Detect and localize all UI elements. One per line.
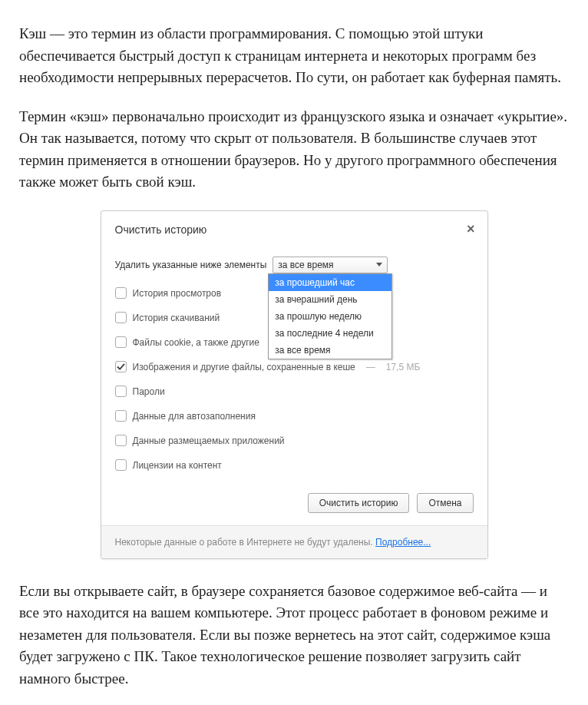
instruction-label: Удалить указанные ниже элементы xyxy=(115,258,267,272)
dropdown-selected-label: за все время xyxy=(278,258,333,272)
dialog-title: Очистить историю xyxy=(115,222,207,238)
checkbox-icon[interactable] xyxy=(115,459,127,471)
footer-text: Некоторые данные о работе в Интернете не… xyxy=(115,537,376,548)
instruction-row: Удалить указанные ниже элементы за все в… xyxy=(115,257,474,273)
checkbox-label: Лицензии на контент xyxy=(133,458,222,472)
cancel-button[interactable]: Отмена xyxy=(417,493,473,513)
checkbox-row-hosted-apps[interactable]: Данные размещаемых приложений xyxy=(115,429,474,453)
learn-more-link[interactable]: Подробнее... xyxy=(375,537,431,548)
dropdown-option-last-hour[interactable]: за прошедший час xyxy=(269,274,391,291)
dialog-body: Удалить указанные ниже элементы за все в… xyxy=(101,241,487,485)
clear-history-dialog: Очистить историю × Удалить указанные ниж… xyxy=(101,210,488,559)
dropdown-list: за прошедший час за вчерашний день за пр… xyxy=(268,273,392,359)
dropdown-option-all-time[interactable]: за все время xyxy=(269,342,391,359)
checkbox-row-licenses[interactable]: Лицензии на контент xyxy=(115,453,474,478)
checkbox-icon[interactable] xyxy=(115,386,127,397)
checkbox-icon[interactable] xyxy=(115,435,127,446)
time-range-dropdown-wrap: за все время за прошедший час за вчерашн… xyxy=(273,257,388,273)
checkbox-label: Данные размещаемых приложений xyxy=(133,434,285,448)
checkbox-label: Файлы cookie, а также другие xyxy=(133,336,259,349)
checkbox-icon[interactable] xyxy=(115,410,127,422)
chevron-down-icon xyxy=(376,263,382,266)
cache-size-value: 17,5 МБ xyxy=(386,360,421,374)
checkbox-row-autofill[interactable]: Данные для автозаполнения xyxy=(115,404,474,429)
dialog-header: Очистить историю × xyxy=(101,211,487,241)
checkbox-icon[interactable] xyxy=(115,287,127,299)
close-icon[interactable]: × xyxy=(467,222,475,236)
checkbox-icon[interactable] xyxy=(115,312,127,323)
article-paragraph-1: Кэш — это термин из области программиров… xyxy=(19,23,569,89)
checkbox-label: Изображения и другие файлы, сохраненные … xyxy=(133,360,355,374)
dropdown-option-last-4-weeks[interactable]: за последние 4 недели xyxy=(269,325,391,342)
time-range-dropdown[interactable]: за все время xyxy=(273,257,388,273)
dropdown-option-yesterday[interactable]: за вчерашний день xyxy=(269,291,391,308)
checkbox-label: Данные для автозаполнения xyxy=(133,409,256,423)
checkbox-label: История просмотров xyxy=(133,286,222,300)
checkbox-label: История скачиваний xyxy=(133,311,220,325)
clear-history-button[interactable]: Очистить историю xyxy=(308,493,410,513)
dropdown-option-last-week[interactable]: за прошлую неделю xyxy=(269,308,391,325)
checkbox-label: Пароли xyxy=(133,385,165,399)
checkbox-icon[interactable] xyxy=(115,336,127,348)
checkbox-icon[interactable] xyxy=(115,361,127,372)
checkbox-row-passwords[interactable]: Пароли xyxy=(115,379,474,404)
dialog-footer: Некоторые данные о работе в Интернете не… xyxy=(101,525,487,558)
article-paragraph-3: Если вы открываете сайт, в браузере сохр… xyxy=(19,581,569,690)
article-paragraph-2: Термин «кэш» первоначально происходит из… xyxy=(19,106,569,194)
cache-size-sep: — xyxy=(366,360,375,374)
dialog-actions: Очистить историю Отмена xyxy=(101,485,487,525)
